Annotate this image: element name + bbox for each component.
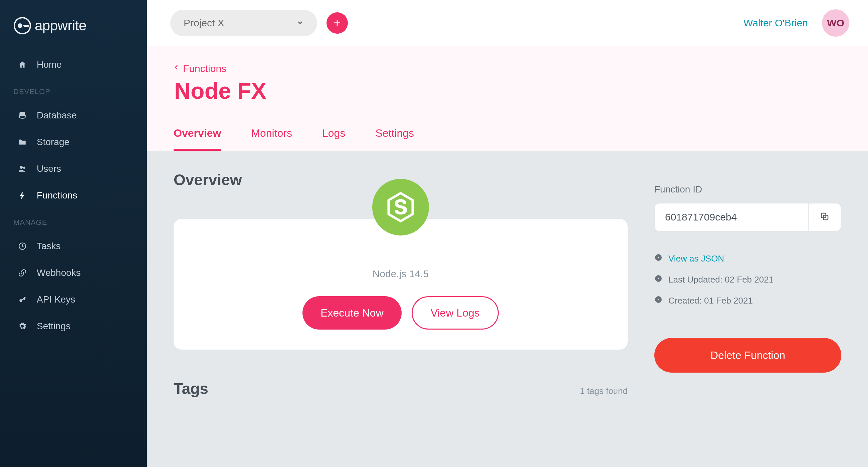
col-side: Function ID 601871709ceb4 View as JSON L… xyxy=(654,171,841,373)
last-updated-text: Last Updated: 02 Feb 2021 xyxy=(669,274,774,285)
brand-name: appwrite xyxy=(35,18,87,34)
sidebar-item-apikeys[interactable]: API Keys xyxy=(0,286,147,313)
sidebar-item-tasks[interactable]: Tasks xyxy=(0,233,147,260)
nav: Home DEVELOP Database Storage Users Func… xyxy=(0,52,147,340)
key-icon xyxy=(18,295,27,304)
last-updated: Last Updated: 02 Feb 2021 xyxy=(654,269,841,290)
tabs: Overview Monitors Logs Settings xyxy=(174,127,841,151)
bolt-icon xyxy=(18,191,27,200)
sidebar-item-database[interactable]: Database xyxy=(0,102,147,129)
page-title: Node FX xyxy=(174,78,841,104)
logo[interactable]: appwrite xyxy=(0,7,147,52)
sidebar-item-label: Settings xyxy=(37,321,70,332)
sidebar-item-label: Webhooks xyxy=(37,268,81,278)
overview-card: Node.js 14.5 Execute Now View Logs xyxy=(174,219,628,349)
nodejs-icon xyxy=(372,179,429,235)
sidebar-item-label: API Keys xyxy=(37,294,75,305)
sidebar-item-users[interactable]: Users xyxy=(0,156,147,182)
users-icon xyxy=(18,164,27,173)
sidebar-item-label: Storage xyxy=(37,137,69,147)
user-name[interactable]: Walter O'Brien xyxy=(743,18,808,29)
execute-now-button[interactable]: Execute Now xyxy=(303,296,402,330)
database-icon xyxy=(18,111,27,120)
delete-function-button[interactable]: Delete Function xyxy=(654,338,841,373)
sidebar-item-home[interactable]: Home xyxy=(0,52,147,78)
project-select-value: Project X xyxy=(184,18,224,29)
view-logs-button[interactable]: View Logs xyxy=(412,296,499,330)
chevron-circle-icon xyxy=(654,296,662,306)
add-project-button[interactable]: + xyxy=(327,12,348,34)
topbar: Project X + Walter O'Brien WO xyxy=(147,0,868,46)
chevron-circle-icon xyxy=(654,274,662,285)
home-icon xyxy=(18,60,27,69)
sidebar: appwrite Home DEVELOP Database Storage U… xyxy=(0,0,147,467)
tab-overview[interactable]: Overview xyxy=(174,127,221,151)
sidebar-item-webhooks[interactable]: Webhooks xyxy=(0,260,147,286)
svg-point-5 xyxy=(23,167,25,169)
tab-settings[interactable]: Settings xyxy=(375,127,414,151)
tags-count: 1 tags found xyxy=(580,386,628,396)
tags-header: Tags 1 tags found xyxy=(174,379,628,398)
svg-point-1 xyxy=(18,23,22,28)
folder-icon xyxy=(18,138,27,146)
function-id-row: 601871709ceb4 xyxy=(654,203,841,232)
main: Project X + Walter O'Brien WO Functions … xyxy=(147,0,868,467)
breadcrumb[interactable]: Functions xyxy=(174,63,841,74)
col-main: Overview Node.js 14.5 Execute Now View L… xyxy=(174,171,628,398)
svg-rect-2 xyxy=(23,25,29,27)
plus-icon: + xyxy=(334,16,341,30)
function-id-label: Function ID xyxy=(654,184,841,195)
view-json-label: View as JSON xyxy=(669,254,724,264)
created-text: Created: 01 Feb 2021 xyxy=(669,296,753,306)
chevron-down-icon xyxy=(297,18,304,29)
content: Overview Node.js 14.5 Execute Now View L… xyxy=(147,151,868,467)
function-id-value: 601871709ceb4 xyxy=(654,203,808,232)
tab-monitors[interactable]: Monitors xyxy=(251,127,292,151)
sidebar-item-functions[interactable]: Functions xyxy=(0,182,147,209)
tab-logs[interactable]: Logs xyxy=(322,127,345,151)
view-as-json-link[interactable]: View as JSON xyxy=(654,248,841,269)
avatar[interactable]: WO xyxy=(822,9,849,37)
tags-heading: Tags xyxy=(174,379,208,398)
nav-section-manage: MANAGE xyxy=(0,209,147,233)
copy-icon xyxy=(819,211,830,223)
project-select[interactable]: Project X xyxy=(170,10,317,36)
sidebar-item-label: Functions xyxy=(37,190,77,201)
sidebar-item-storage[interactable]: Storage xyxy=(0,129,147,156)
hero: Functions Node FX Overview Monitors Logs… xyxy=(147,46,868,151)
sidebar-item-label: Tasks xyxy=(37,241,61,252)
sidebar-item-label: Users xyxy=(37,163,61,174)
link-icon xyxy=(18,269,27,277)
nav-section-develop: DEVELOP xyxy=(0,78,147,102)
runtime-badge xyxy=(372,179,429,235)
sidebar-item-settings[interactable]: Settings xyxy=(0,313,147,340)
chevron-circle-icon xyxy=(654,254,662,264)
sidebar-item-label: Home xyxy=(37,59,62,70)
copy-id-button[interactable] xyxy=(808,203,841,232)
runtime-name: Node.js 14.5 xyxy=(373,268,429,279)
sidebar-item-label: Database xyxy=(37,110,77,121)
svg-point-4 xyxy=(20,166,23,169)
gear-icon xyxy=(18,322,27,331)
created: Created: 01 Feb 2021 xyxy=(654,290,841,311)
appwrite-logo-icon xyxy=(13,17,31,35)
clock-icon xyxy=(18,242,27,251)
chevron-left-icon xyxy=(174,63,180,74)
svg-point-7 xyxy=(19,299,22,302)
breadcrumb-label: Functions xyxy=(183,63,226,74)
